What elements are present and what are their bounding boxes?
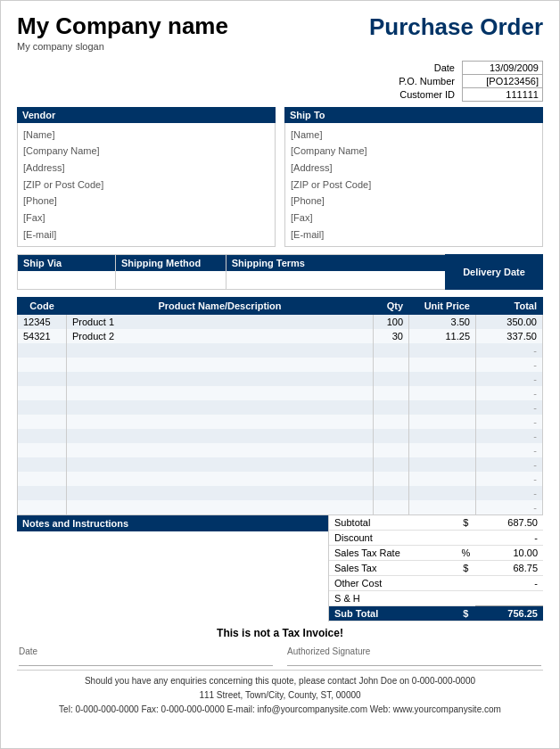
row-desc (67, 486, 374, 500)
items-table: Code Product Name/Description Qty Unit P… (17, 297, 543, 514)
table-row: - (18, 372, 543, 386)
row-total: - (476, 415, 543, 429)
tax-rate-label: Sales Tax Rate (329, 546, 456, 561)
row-desc (67, 343, 374, 358)
ship-method-header: Shipping Method (116, 255, 226, 271)
ship-via-value (18, 271, 115, 289)
signature-row: Date Authorized Signature (17, 646, 543, 666)
company-slogan: My company slogan (17, 41, 228, 52)
row-total: - (476, 457, 543, 472)
notes-box: Notes and Instructions (17, 515, 329, 621)
row-qty (374, 400, 409, 415)
table-row: - (18, 472, 543, 486)
table-row: - (18, 358, 543, 372)
row-code: 12345 (18, 315, 67, 330)
po-label: P.O. Number (395, 74, 462, 87)
subtotal-sym: $ (456, 515, 475, 531)
row-qty: 100 (374, 315, 409, 330)
delivery-date-label: Delivery Date (463, 267, 525, 277)
row-total: - (476, 386, 543, 400)
row-code (18, 443, 67, 457)
footer-line1: Should you have any enquiries concerning… (17, 674, 543, 688)
table-row: - (18, 429, 543, 443)
row-desc (67, 429, 374, 443)
col-total: Total (476, 298, 543, 315)
row-desc (67, 386, 374, 400)
row-total: - (476, 443, 543, 457)
tax-notice: This is not a Tax Invoice! (17, 627, 543, 639)
sh-label: S & H (329, 591, 456, 606)
table-row: - (18, 386, 543, 400)
company-name: My Company name (17, 13, 228, 39)
row-qty (374, 443, 409, 457)
row-unit (409, 429, 476, 443)
tax-rate-value: 10.00 (475, 546, 543, 561)
ship-terms-header: Shipping Terms (226, 255, 445, 271)
date-label: Date (395, 61, 462, 74)
shipping-row: Ship Via Shipping Method Shipping Terms … (17, 254, 543, 290)
row-unit (409, 386, 476, 400)
table-row: - (18, 457, 543, 472)
notes-body (17, 531, 328, 621)
subtotal-value: 687.50 (475, 515, 543, 531)
row-qty (374, 372, 409, 386)
po-title: Purchase Order (369, 13, 543, 41)
ship-via-col: Ship Via (17, 254, 115, 290)
row-total: 350.00 (476, 315, 543, 330)
delivery-date-col: Delivery Date (445, 254, 543, 290)
footer: Should you have any enquiries concerning… (17, 670, 543, 717)
row-unit: 11.25 (409, 329, 476, 343)
row-code (18, 343, 67, 358)
table-row: 54321Product 23011.25337.50 (18, 329, 543, 343)
shipto-zip: [ZIP or Post Code] (291, 177, 537, 193)
row-total: - (476, 486, 543, 500)
discount-value: - (475, 531, 543, 546)
date-sig-field[interactable]: Date (19, 646, 273, 666)
row-code (18, 415, 67, 429)
table-row: - (18, 500, 543, 514)
row-unit (409, 372, 476, 386)
ship-terms-value (226, 271, 445, 289)
header: My Company name My company slogan Purcha… (17, 13, 543, 52)
row-unit (409, 472, 476, 486)
row-desc (67, 400, 374, 415)
vendor-phone: [Phone] (23, 193, 269, 210)
sh-sym (456, 591, 475, 606)
totals-table: Subtotal $ 687.50 Discount - Sales Tax R… (329, 515, 543, 621)
shipto-name: [Name] (291, 127, 537, 144)
meta-table: Date 13/09/2009 P.O. Number [PO123456] C… (395, 61, 543, 102)
row-total: - (476, 358, 543, 372)
sales-tax-sym: $ (456, 561, 475, 576)
shipto-company: [Company Name] (291, 143, 537, 160)
subtotal-label: Subtotal (329, 515, 456, 531)
final-label: Sub Total (329, 606, 456, 621)
row-desc (67, 372, 374, 386)
auth-sig-field[interactable]: Authorized Signature (287, 646, 541, 666)
row-code (18, 486, 67, 500)
vendor-company: [Company Name] (23, 143, 269, 160)
shipto-box: Ship To [Name] [Company Name] [Address] … (284, 107, 543, 248)
row-unit (409, 500, 476, 514)
row-qty (374, 486, 409, 500)
row-total: 337.50 (476, 329, 543, 343)
row-code: 54321 (18, 329, 67, 343)
customer-label: Customer ID (395, 87, 462, 101)
row-desc (67, 457, 374, 472)
po-title-block: Purchase Order (369, 13, 543, 41)
po-value: [PO123456] (463, 74, 543, 87)
row-desc (67, 500, 374, 514)
row-qty (374, 343, 409, 358)
sales-tax-label: Sales Tax (329, 561, 456, 576)
address-section: Vendor [Name] [Company Name] [Address] [… (17, 107, 543, 248)
ship-method-value (116, 271, 226, 289)
vendor-email: [E-mail] (23, 226, 269, 243)
shipto-email: [E-mail] (291, 226, 537, 243)
footer-line2: 111 Street, Town/City, County, ST, 00000 (17, 688, 543, 703)
date-value: 13/09/2009 (463, 61, 543, 74)
other-sym (456, 576, 475, 591)
table-row: - (18, 400, 543, 415)
row-qty: 30 (374, 329, 409, 343)
row-unit (409, 415, 476, 429)
row-code (18, 429, 67, 443)
row-qty (374, 500, 409, 514)
